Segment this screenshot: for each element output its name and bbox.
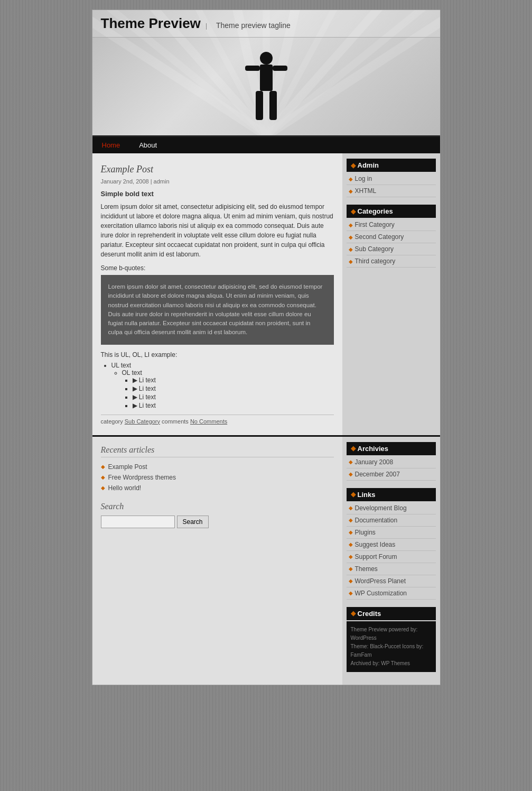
li-item-4: ▶ Li text <box>133 402 334 409</box>
bullet-icon: ◆ <box>349 188 353 194</box>
category-third-link[interactable]: Third category <box>355 257 396 265</box>
link-support-link[interactable]: Support Forum <box>355 553 397 560</box>
bullet-icon: ◆ <box>101 485 105 491</box>
recent-item-1[interactable]: ◆ Example Post <box>101 462 334 472</box>
credits-line1: Theme Preview powered by: WordPress <box>351 626 432 642</box>
recent-item-3[interactable]: ◆ Hello world! <box>101 483 334 493</box>
link-wp-planet[interactable]: ◆ WordPress Planet <box>347 575 436 587</box>
category-first[interactable]: ◆ First Category <box>347 219 436 231</box>
footer-comments-link[interactable]: No Comments <box>190 418 227 425</box>
bullet-icon: ◆ <box>349 222 353 228</box>
footer-category-link[interactable]: Sub Category <box>125 418 160 425</box>
recents-list: ◆ Example Post ◆ Free Wordpress themes ◆… <box>101 462 334 493</box>
site-container: Theme Preview | Theme preview tagline <box>92 10 441 685</box>
site-header: Theme Preview | Theme preview tagline <box>92 10 440 137</box>
category-first-link[interactable]: First Category <box>355 221 395 228</box>
archives-list: ◆ January 2008 ◆ December 2007 <box>347 456 436 481</box>
nav-item-home[interactable]: Home <box>92 137 130 153</box>
blockquote-text: Lorem ipsum dolor sit amet, consectetur … <box>108 283 323 335</box>
bullet-icon: ◆ <box>349 259 353 264</box>
widget-admin-title: ◆ Admin <box>347 159 436 172</box>
recent-link-2[interactable]: Free Wordpress themes <box>108 474 176 481</box>
category-sub[interactable]: ◆ Sub Category <box>347 243 436 255</box>
bullet-icon: ◆ <box>349 505 353 511</box>
hero-figure <box>245 49 287 133</box>
admin-xhtml-link[interactable]: XHTML <box>355 187 377 195</box>
link-themes-link[interactable]: Themes <box>355 565 378 573</box>
bullet-icon: ◆ <box>101 464 105 470</box>
archive-jan-link[interactable]: January 2008 <box>355 458 394 466</box>
link-wp-custom[interactable]: ◆ WP Customization <box>347 587 436 600</box>
blockquote-box: Lorem ipsum dolor sit amet, consectetur … <box>101 275 334 345</box>
search-form: Search <box>101 516 334 528</box>
li-item-1: ▶ Li text <box>133 376 334 384</box>
credits-line2: Theme: Black-Puccet Icons by: FamFam <box>351 642 432 659</box>
archive-jan[interactable]: ◆ January 2008 <box>347 456 436 468</box>
widget-links: ◆ Links ◆ Development Blog ◆ Documentati… <box>347 488 436 600</box>
search-input[interactable] <box>101 516 175 528</box>
ul-text-item: UL text OL text ▶ Li text ▶ Li text ▶ Li… <box>111 362 334 409</box>
link-plugins-link[interactable]: Plugins <box>355 529 376 536</box>
site-tagline: Theme preview tagline <box>216 21 291 30</box>
bullet-icon: ◆ <box>101 474 105 480</box>
svg-rect-16 <box>269 91 277 120</box>
link-themes[interactable]: ◆ Themes <box>347 563 436 575</box>
link-wp-custom-link[interactable]: WP Customization <box>355 590 407 597</box>
footer-columns: Recents articles ◆ Example Post ◆ Free W… <box>92 435 440 685</box>
link-dev-blog-link[interactable]: Development Blog <box>355 504 407 512</box>
link-support[interactable]: ◆ Support Forum <box>347 551 436 563</box>
post-meta: January 2nd, 2008 | admin <box>101 178 334 185</box>
figure-container <box>245 49 287 135</box>
archive-dec[interactable]: ◆ December 2007 <box>347 468 436 481</box>
widget-categories: ◆ Categories ◆ First Category ◆ Second C… <box>347 205 436 268</box>
svg-rect-13 <box>245 66 260 71</box>
category-second-link[interactable]: Second Category <box>355 233 404 241</box>
links-icon: ◆ <box>351 491 356 498</box>
search-button[interactable]: Search <box>177 516 209 528</box>
recent-link-3[interactable]: Hello world! <box>108 484 142 492</box>
recents-title: Recents articles <box>101 445 334 457</box>
bullet-icon: ◆ <box>349 246 353 252</box>
nav-link-about[interactable]: About <box>129 137 166 153</box>
admin-list: ◆ Log in ◆ XHTML <box>347 173 436 197</box>
bullet-icon: ◆ <box>349 234 353 240</box>
category-sub-link[interactable]: Sub Category <box>355 245 394 253</box>
footer-comments-label: comments <box>162 418 189 425</box>
link-docs[interactable]: ◆ Documentation <box>347 514 436 527</box>
recent-item-2[interactable]: ◆ Free Wordpress themes <box>101 472 334 483</box>
post-article: Example Post January 2nd, 2008 | admin S… <box>101 164 334 425</box>
admin-icon: ◆ <box>351 162 356 169</box>
admin-xhtml[interactable]: ◆ XHTML <box>347 185 436 197</box>
link-suggest[interactable]: ◆ Suggest Ideas <box>347 539 436 551</box>
main-content: Example Post January 2nd, 2008 | admin S… <box>92 153 342 435</box>
search-title: Search <box>101 502 334 511</box>
post-title: Example Post <box>101 164 334 175</box>
bullet-icon: ◆ <box>349 541 353 547</box>
example-list: UL text OL text ▶ Li text ▶ Li text ▶ Li… <box>101 362 334 409</box>
admin-login[interactable]: ◆ Log in <box>347 173 436 185</box>
categories-list: ◆ First Category ◆ Second Category ◆ Sub… <box>347 219 436 268</box>
svg-rect-12 <box>260 65 273 91</box>
link-wp-planet-link[interactable]: WordPress Planet <box>355 577 406 585</box>
links-title: ◆ Links <box>347 488 436 501</box>
ul-ol-label: This is UL, OL, LI example: <box>101 351 334 358</box>
post-body: Lorem ipsum dolor sit amet, consectetur … <box>101 202 334 259</box>
footer-category-label: category <box>101 418 123 425</box>
archives-title: ◆ Archivies <box>347 442 436 455</box>
category-second[interactable]: ◆ Second Category <box>347 231 436 243</box>
link-suggest-link[interactable]: Suggest Ideas <box>355 541 396 548</box>
admin-login-link[interactable]: Log in <box>355 175 372 182</box>
archive-dec-link[interactable]: December 2007 <box>355 471 400 478</box>
bullet-icon: ◆ <box>349 517 353 523</box>
nav-link-home[interactable]: Home <box>92 137 130 153</box>
content-wrapper: Example Post January 2nd, 2008 | admin S… <box>92 153 440 435</box>
link-plugins[interactable]: ◆ Plugins <box>347 527 436 539</box>
bullet-icon: ◆ <box>349 471 353 477</box>
link-dev-blog[interactable]: ◆ Development Blog <box>347 502 436 514</box>
category-third[interactable]: ◆ Third category <box>347 255 436 268</box>
links-list: ◆ Development Blog ◆ Documentation ◆ Plu… <box>347 502 436 600</box>
nav-item-about[interactable]: About <box>129 137 166 153</box>
bullet-icon: ◆ <box>349 459 353 465</box>
recent-link-1[interactable]: Example Post <box>108 463 147 471</box>
link-docs-link[interactable]: Documentation <box>355 517 398 524</box>
